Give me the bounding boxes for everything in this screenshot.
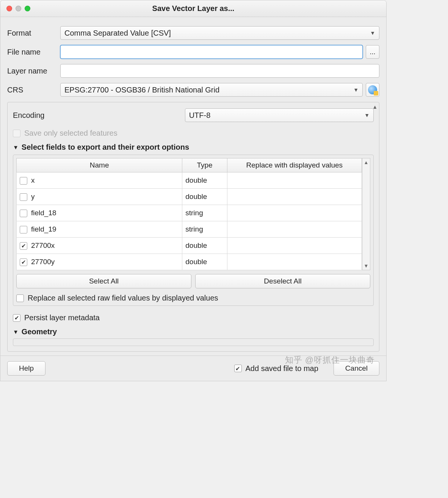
layername-label: Layer name: [7, 67, 60, 75]
scroll-up-icon[interactable]: ▲: [372, 104, 378, 110]
col-type[interactable]: Type: [182, 158, 227, 172]
field-type: double: [182, 254, 227, 270]
replace-all-label: Replace all selected raw field values by…: [28, 294, 218, 302]
encoding-value: UTF-8: [189, 111, 211, 120]
deselect-all-button[interactable]: Deselect All: [195, 274, 370, 288]
geometry-section-header[interactable]: ▼ Geometry: [13, 327, 374, 336]
table-row: ydouble: [17, 189, 362, 205]
field-replace[interactable]: [227, 221, 362, 238]
close-icon[interactable]: [6, 6, 12, 11]
dialog-window: Save Vector Layer as... Format Comma Sep…: [0, 0, 387, 381]
table-scrollbar[interactable]: ▲▼: [362, 158, 370, 270]
format-label: Format: [7, 29, 60, 38]
table-row: field_18string: [17, 205, 362, 221]
collapse-icon: ▼: [13, 329, 19, 335]
encoding-select[interactable]: UTF-8 ▼: [185, 108, 374, 122]
field-type: string: [182, 205, 227, 221]
checkbox-icon: [13, 130, 20, 137]
table-row: 27700ydouble: [17, 254, 362, 270]
field-name: 27700x: [31, 241, 55, 249]
cancel-button[interactable]: Cancel: [334, 361, 379, 376]
fields-table: Name Type Replace with displayed values …: [16, 158, 362, 270]
checkbox-icon: [234, 365, 242, 372]
filename-input-wrapper: [60, 45, 363, 59]
add-to-map-label: Add saved file to map: [246, 364, 318, 373]
chevron-down-icon: ▼: [370, 30, 375, 36]
minimize-icon: [16, 6, 21, 11]
field-checkbox[interactable]: [20, 242, 27, 250]
field-name: field_18: [31, 209, 56, 217]
table-row: 27700xdouble: [17, 238, 362, 254]
table-row: field_19string: [17, 221, 362, 238]
layername-input-wrapper: [60, 64, 379, 78]
checkbox-icon: [13, 314, 20, 322]
persist-metadata-checkbox[interactable]: Persist layer metadata: [13, 313, 374, 322]
filename-input[interactable]: [64, 47, 359, 57]
save-only-selected-checkbox: Save only selected features: [13, 129, 374, 138]
field-replace[interactable]: [227, 238, 362, 254]
persist-metadata-label: Persist layer metadata: [24, 313, 100, 322]
field-replace[interactable]: [227, 205, 362, 221]
window-title: Save Vector Layer as...: [152, 4, 235, 13]
geometry-section-title: Geometry: [22, 327, 57, 336]
fields-section-header[interactable]: ▼ Select fields to export and their expo…: [13, 143, 374, 152]
encoding-label: Encoding: [13, 111, 185, 120]
table-row: xdouble: [17, 172, 362, 189]
crs-label: CRS: [7, 86, 60, 94]
chevron-down-icon: ▼: [364, 112, 370, 118]
field-name: x: [31, 176, 35, 184]
format-select[interactable]: Comma Separated Value [CSV] ▼: [60, 26, 379, 40]
crs-select[interactable]: EPSG:27700 - OSGB36 / British National G…: [60, 83, 363, 97]
collapse-icon: ▼: [13, 144, 19, 150]
browse-button[interactable]: ...: [366, 45, 379, 59]
field-type: string: [182, 221, 227, 238]
field-checkbox[interactable]: [20, 226, 27, 233]
save-only-selected-label: Save only selected features: [24, 129, 117, 138]
crs-value: EPSG:27700 - OSGB36 / British National G…: [64, 86, 219, 94]
field-replace[interactable]: [227, 189, 362, 205]
checkbox-icon: [16, 294, 24, 302]
window-controls: [6, 6, 30, 11]
field-checkbox[interactable]: [20, 210, 27, 217]
help-button[interactable]: Help: [7, 361, 45, 376]
globe-icon: [368, 85, 377, 94]
format-value: Comma Separated Value [CSV]: [64, 29, 171, 38]
titlebar: Save Vector Layer as...: [0, 0, 386, 17]
field-replace[interactable]: [227, 172, 362, 189]
scroll-down-icon: ▼: [364, 263, 369, 269]
field-checkbox[interactable]: [20, 258, 27, 266]
zoom-icon[interactable]: [25, 6, 30, 11]
field-type: double: [182, 189, 227, 205]
select-all-button[interactable]: Select All: [16, 274, 191, 288]
fields-box: Name Type Replace with displayed values …: [13, 155, 374, 306]
add-to-map-checkbox[interactable]: Add saved file to map: [234, 364, 318, 373]
col-name[interactable]: Name: [17, 158, 182, 172]
geometry-box: [13, 338, 374, 346]
field-checkbox[interactable]: [20, 177, 27, 185]
field-checkbox[interactable]: [20, 193, 27, 201]
scroll-up-icon: ▲: [364, 160, 369, 165]
field-replace[interactable]: [227, 254, 362, 270]
field-type: double: [182, 238, 227, 254]
layername-input[interactable]: [64, 66, 375, 76]
chevron-down-icon: ▼: [353, 87, 359, 93]
col-replace[interactable]: Replace with displayed values: [227, 158, 362, 172]
field-name: y: [31, 193, 35, 200]
field-name: 27700y: [31, 258, 55, 266]
filename-label: File name: [7, 48, 60, 56]
field-name: field_19: [31, 225, 56, 233]
options-panel: ▲ Encoding UTF-8 ▼ Save only selected fe…: [7, 102, 379, 352]
fields-section-title: Select fields to export and their export…: [22, 143, 189, 152]
dialog-footer: Help Add saved file to map Cancel: [0, 355, 386, 381]
replace-all-checkbox[interactable]: Replace all selected raw field values by…: [16, 294, 370, 302]
field-type: double: [182, 172, 227, 189]
crs-picker-button[interactable]: [366, 83, 379, 97]
